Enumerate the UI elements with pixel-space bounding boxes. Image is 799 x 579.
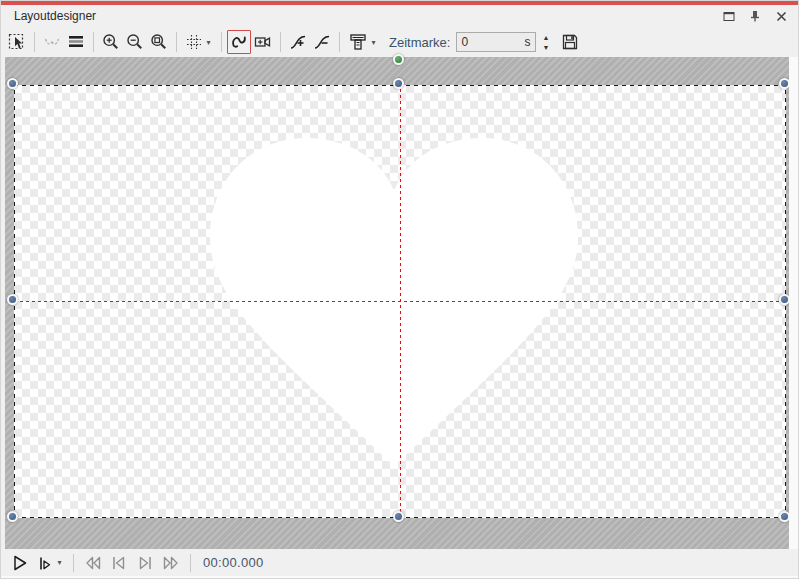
resize-handle-bottom-center[interactable] (393, 511, 404, 522)
resize-handle-top-center[interactable] (393, 78, 404, 89)
spinner-up-button[interactable]: ▲ (539, 32, 552, 42)
chevron-down-icon: ▾ (55, 558, 64, 567)
heart-shape-object[interactable] (204, 136, 584, 468)
rotation-handle[interactable] (393, 54, 404, 65)
save-floppy-icon (560, 32, 580, 52)
motion-path-curve-icon (229, 32, 249, 52)
add-keyframe-icon (288, 32, 308, 52)
chevron-down-icon: ▾ (204, 38, 213, 47)
skip-to-end-icon (135, 553, 155, 573)
resize-handle-middle-right[interactable] (779, 294, 790, 305)
titlebar: Layoutdesigner (1, 5, 798, 27)
zeitmarke-label: Zeitmarke: (389, 35, 450, 50)
resize-handle-top-right[interactable] (779, 78, 790, 89)
play-from-timemark-icon (36, 554, 54, 572)
resize-handle-middle-left[interactable] (7, 294, 18, 305)
close-button[interactable] (772, 8, 790, 24)
zoom-fit-icon (149, 32, 169, 52)
toolbar-separator (221, 32, 222, 52)
layoutdesigner-window: Layoutdesigner (0, 0, 799, 579)
text-track-icon (348, 32, 368, 52)
remove-keyframe-icon (312, 32, 332, 52)
zeitmarke-spinner: ▲ ▼ (539, 32, 552, 52)
spinner-down-button[interactable]: ▼ (539, 42, 552, 52)
select-marquee-button[interactable] (5, 30, 29, 54)
layers-button[interactable] (64, 30, 88, 54)
rewind-icon (83, 553, 103, 573)
smooth-curve-button[interactable] (40, 30, 64, 54)
play-from-timemark-button[interactable]: ▾ (33, 552, 67, 574)
toolbar-separator (339, 32, 340, 52)
transport-separator (73, 554, 74, 572)
resize-handle-bottom-left[interactable] (7, 511, 18, 522)
camera-pan-button[interactable] (251, 30, 275, 54)
transport-time: 00:00.000 (203, 555, 264, 570)
maximize-icon (723, 11, 735, 22)
transport-bar: ▾ 00:00.000 (1, 549, 798, 576)
zoom-fit-button[interactable] (147, 30, 171, 54)
select-marquee-icon (7, 32, 27, 52)
motion-path-curve-button[interactable] (227, 30, 251, 54)
toolbar-separator (93, 32, 94, 52)
layout-viewport[interactable] (5, 57, 791, 549)
zeitmarke-field: s (456, 32, 536, 52)
remove-keyframe-button[interactable] (310, 30, 334, 54)
save-button[interactable] (558, 30, 582, 54)
transport-separator (190, 554, 191, 572)
center-crosshair-vertical (400, 85, 401, 518)
pin-icon (749, 10, 761, 22)
close-icon (776, 11, 787, 22)
panel-title: Layoutdesigner (14, 9, 96, 23)
resize-handle-bottom-right[interactable] (779, 511, 790, 522)
layout-canvas[interactable] (14, 85, 786, 518)
play-icon (10, 553, 30, 573)
play-button[interactable] (7, 552, 33, 574)
skip-to-end-button[interactable] (132, 552, 158, 574)
pin-button[interactable] (746, 8, 764, 24)
layers-icon (66, 32, 86, 52)
skip-to-start-button[interactable] (106, 552, 132, 574)
chevron-down-icon: ▾ (369, 38, 378, 47)
fast-forward-icon (161, 553, 181, 573)
zeitmarke-input[interactable] (457, 35, 524, 49)
maximize-button[interactable] (720, 8, 738, 24)
toolbar-separator (176, 32, 177, 52)
designer-toolbar: ▾ ▾ Zeitmarke: s ▲ ▼ (1, 27, 798, 57)
camera-pan-icon (253, 32, 273, 52)
window-edge-strip-right (789, 57, 798, 549)
zoom-out-icon (125, 32, 145, 52)
zoom-in-icon (101, 32, 121, 52)
fast-forward-button[interactable] (158, 552, 184, 574)
window-controls (720, 8, 790, 24)
rewind-button[interactable] (80, 552, 106, 574)
resize-handle-top-left[interactable] (7, 78, 18, 89)
zeitmarke-unit: s (524, 35, 535, 49)
toolbar-separator (280, 32, 281, 52)
grid-icon (185, 33, 203, 51)
zoom-out-button[interactable] (123, 30, 147, 54)
skip-to-start-icon (109, 553, 129, 573)
grid-dropdown-button[interactable]: ▾ (182, 30, 216, 54)
text-track-dropdown-button[interactable]: ▾ (345, 30, 381, 54)
zoom-in-button[interactable] (99, 30, 123, 54)
smooth-curve-icon (42, 32, 62, 52)
add-keyframe-button[interactable] (286, 30, 310, 54)
toolbar-separator (34, 32, 35, 52)
